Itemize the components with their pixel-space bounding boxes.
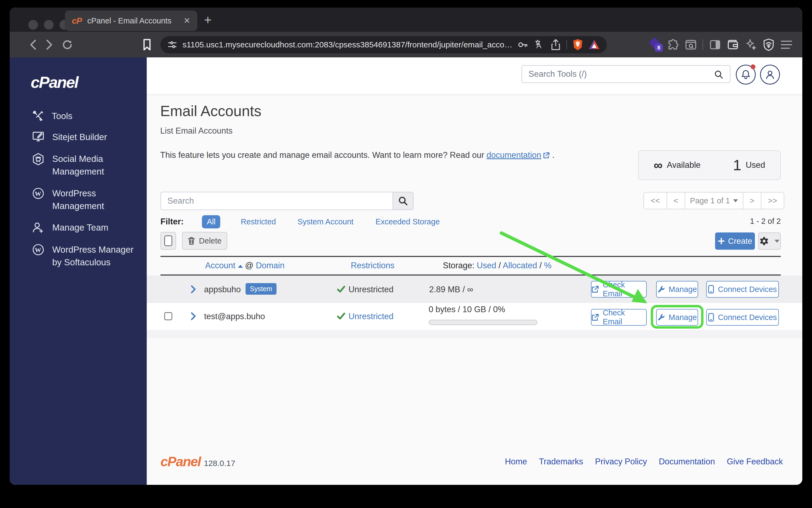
filter-restricted[interactable]: Restricted xyxy=(241,217,276,226)
sort-percent-link[interactable]: % xyxy=(544,261,552,270)
list-search-button[interactable] xyxy=(393,192,413,210)
wallet-icon[interactable] xyxy=(727,39,739,50)
expand-chevron-icon[interactable] xyxy=(191,285,196,293)
search-panel-icon[interactable] xyxy=(685,39,697,51)
page-select[interactable]: Page 1 of 1 xyxy=(685,193,743,209)
bell-icon xyxy=(741,70,751,80)
page-next-button[interactable]: > xyxy=(743,193,761,209)
url-text[interactable]: s1105.usc1.mysecurecloudhost.com:2083/cp… xyxy=(183,40,511,49)
check-icon xyxy=(337,286,345,293)
sidebar-item-label: Social Media Management xyxy=(52,153,141,178)
extension-badge-icon[interactable]: 8 xyxy=(650,39,662,51)
brave-shields-icon[interactable] xyxy=(572,39,583,51)
filter-exceeded-storage[interactable]: Exceeded Storage xyxy=(375,217,440,226)
vpn-shield-icon[interactable] xyxy=(763,38,775,51)
password-key-icon[interactable] xyxy=(517,39,528,50)
footer-link-give-feedback[interactable]: Give Feedback xyxy=(727,457,783,467)
chevron-down-icon xyxy=(775,240,779,243)
tools-search-input[interactable] xyxy=(522,65,730,83)
tab-close-icon[interactable]: ✕ xyxy=(184,17,190,25)
account-name: test@apps.buho xyxy=(204,312,265,321)
sidebar-item-social-media[interactable]: Social Media Management xyxy=(32,153,141,178)
documentation-link[interactable]: documentation xyxy=(487,150,541,160)
page-last-button[interactable]: >> xyxy=(761,193,784,209)
sidebar-item-wordpress-manager-softaculous[interactable]: W WordPress Manager by Softaculous xyxy=(32,243,141,268)
back-icon[interactable] xyxy=(25,32,41,57)
cpanel-favicon: cP xyxy=(72,16,82,26)
footer-link-trademarks[interactable]: Trademarks xyxy=(539,457,583,467)
select-all-checkbox-button[interactable] xyxy=(161,232,176,250)
check-email-button[interactable]: Check Email xyxy=(591,309,647,326)
share-icon[interactable] xyxy=(550,39,561,51)
check-email-button[interactable]: Check Email xyxy=(591,281,647,298)
user-account-button[interactable] xyxy=(760,65,780,85)
menu-hamburger-icon[interactable] xyxy=(780,40,793,49)
create-button[interactable]: Create xyxy=(715,232,755,250)
social-media-icon xyxy=(32,153,44,165)
page-first-button[interactable]: << xyxy=(644,193,667,209)
extensions-puzzle-icon[interactable] xyxy=(667,39,679,51)
filter-system-account[interactable]: System Account xyxy=(298,217,354,226)
connect-devices-button[interactable]: Connect Devices xyxy=(706,309,779,326)
bookmark-icon[interactable] xyxy=(138,32,155,57)
select-all-checkbox xyxy=(164,236,172,246)
table-settings-button[interactable] xyxy=(758,232,781,250)
site-settings-icon[interactable] xyxy=(168,40,177,50)
footer-link-home[interactable]: Home xyxy=(505,457,527,467)
traffic-light-minimize[interactable] xyxy=(44,20,54,30)
footer-link-privacy-policy[interactable]: Privacy Policy xyxy=(595,457,647,467)
new-tab-button[interactable]: + xyxy=(204,12,212,27)
reload-icon[interactable] xyxy=(59,32,76,57)
sitejet-builder-icon xyxy=(32,131,44,142)
traffic-light-close[interactable] xyxy=(28,20,38,30)
main-content: Email Accounts List Email Accounts This … xyxy=(147,57,802,485)
footer-link-documentation[interactable]: Documentation xyxy=(659,457,715,467)
search-icon[interactable] xyxy=(714,70,723,79)
notification-dot xyxy=(751,65,756,69)
tools-icon xyxy=(32,110,44,122)
list-search-input[interactable] xyxy=(161,192,393,210)
row-checkbox[interactable] xyxy=(164,312,172,320)
page-prev-button[interactable]: < xyxy=(667,193,685,209)
tab-strip: cP cPanel - Email Accounts ✕ + xyxy=(10,7,802,32)
sidebar-toggle-icon[interactable] xyxy=(709,39,721,51)
mobile-device-icon xyxy=(708,313,714,322)
sort-used-link[interactable]: Used xyxy=(477,261,496,270)
url-bar[interactable]: s1105.usc1.mysecurecloudhost.com:2083/cp… xyxy=(161,36,607,53)
sidebar-item-tools[interactable]: Tools xyxy=(32,110,140,122)
connect-devices-button[interactable]: Connect Devices xyxy=(706,281,779,298)
brave-rewards-icon[interactable] xyxy=(589,39,600,50)
browser-toolbar: s1105.usc1.mysecurecloudhost.com:2083/cp… xyxy=(10,32,802,57)
column-storage: Storage: Used / Allocated / % xyxy=(443,261,551,270)
cpanel-sidebar: cPanel Tools Sitejet Builder Social Medi… xyxy=(10,57,147,485)
system-badge: System xyxy=(245,283,276,295)
translate-icon[interactable]: A xyxy=(534,39,545,50)
version-label: 128.0.17 xyxy=(204,459,235,468)
restriction-cell: Unrestricted xyxy=(337,285,394,294)
sort-allocated-link[interactable]: Allocated xyxy=(503,261,537,270)
delete-button[interactable]: Delete xyxy=(182,232,227,250)
sort-restrictions-link[interactable]: Restrictions xyxy=(351,261,395,270)
filter-all[interactable]: All xyxy=(202,215,220,228)
manage-button-highlighted[interactable]: Manage xyxy=(656,309,698,326)
cpanel-logo: cPanel xyxy=(31,73,78,92)
tab-title: cPanel - Email Accounts xyxy=(87,16,178,25)
sidebar-item-wordpress-management[interactable]: W WordPress Management xyxy=(32,187,141,212)
sidebar-item-sitejet-builder[interactable]: Sitejet Builder xyxy=(32,131,141,143)
restriction-link[interactable]: Unrestricted xyxy=(348,312,393,321)
forward-icon[interactable] xyxy=(41,32,58,57)
browser-tab[interactable]: cP cPanel - Email Accounts ✕ xyxy=(65,10,197,31)
list-search xyxy=(161,192,413,210)
notifications-bell-button[interactable] xyxy=(736,65,756,85)
expand-chevron-icon[interactable] xyxy=(191,312,196,320)
mobile-device-icon xyxy=(708,285,714,294)
sort-domain-link[interactable]: Domain xyxy=(256,261,284,270)
leo-ai-sparkle-icon[interactable] xyxy=(745,39,757,51)
filter-row: Filter: All Restricted System Account Ex… xyxy=(161,215,440,229)
sort-account-link[interactable]: Account xyxy=(205,261,235,270)
app-header xyxy=(147,57,802,94)
sidebar-item-manage-team[interactable]: Manage Team xyxy=(32,221,141,234)
pagination-range: 1 - 2 of 2 xyxy=(750,217,781,226)
user-icon xyxy=(765,70,775,80)
manage-button[interactable]: Manage xyxy=(656,281,698,298)
